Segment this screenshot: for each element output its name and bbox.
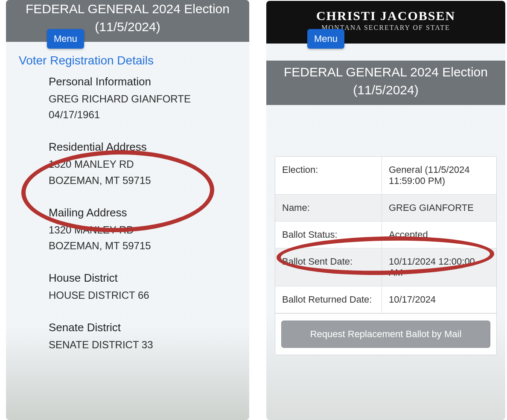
ballot-status-label: Ballot Status:: [275, 222, 382, 248]
ballot-status-panel: CHRISTI JACOBSEN MONTANA SECRETARY OF ST…: [266, 1, 505, 420]
residential-line2: BOZEMAN, MT 59715: [49, 172, 236, 188]
name-label: Name:: [275, 195, 382, 221]
ballot-sent-label: Ballot Sent Date:: [275, 248, 382, 286]
house-value: HOUSE DISTRICT 66: [49, 287, 236, 303]
personal-info-block: Personal Information GREG RICHARD GIANFO…: [6, 72, 249, 126]
mailing-line2: BOZEMAN, MT 59715: [49, 238, 236, 254]
brand-name: CHRISTI JACOBSEN: [271, 9, 501, 23]
ballot-status-table: Election: General (11/5/2024 11:59:00 PM…: [275, 156, 497, 355]
request-replacement-button[interactable]: Request Replacement Ballot by Mail: [281, 321, 490, 348]
mailing-heading: Mailing Address: [49, 206, 236, 219]
name-value: GREG GIANFORTE: [382, 195, 496, 221]
house-heading: House District: [49, 271, 236, 285]
table-row: Name: GREG GIANFORTE: [275, 195, 496, 222]
residential-address-block: Residential Address 1320 MANLEY RD BOZEM…: [6, 137, 249, 191]
banner-title: FEDERAL GENERAL 2024 Election: [26, 2, 230, 16]
election-banner: FEDERAL GENERAL 2024 Election (11/5/2024…: [6, 0, 249, 42]
residential-heading: Residential Address: [49, 140, 236, 154]
election-banner: FEDERAL GENERAL 2024 Election (11/5/2024…: [266, 61, 505, 105]
table-row: Ballot Sent Date: 10/11/2024 12:00:00 AM: [275, 248, 496, 286]
section-title: Voter Registration Details: [6, 42, 249, 72]
ballot-status-value: Accepted: [382, 222, 496, 248]
menu-button[interactable]: Menu: [47, 29, 84, 49]
mailing-line1: 1320 MANLEY RD: [49, 222, 236, 238]
senate-district-block: Senate District SENATE DISTRICT 33: [6, 318, 249, 356]
senate-heading: Senate District: [49, 321, 236, 334]
mailing-address-block: Mailing Address 1320 MANLEY RD BOZEMAN, …: [6, 203, 249, 257]
residential-line1: 1320 MANLEY RD: [49, 156, 236, 172]
ballot-returned-label: Ballot Returned Date:: [275, 286, 382, 313]
banner-date: (11/5/2024): [95, 20, 160, 34]
voter-dob: 04/17/1961: [49, 107, 236, 122]
menu-button[interactable]: Menu: [307, 29, 344, 49]
voter-registration-panel: FEDERAL GENERAL 2024 Election (11/5/2024…: [6, 0, 249, 420]
replace-ballot-wrap: Request Replacement Ballot by Mail: [275, 313, 496, 355]
table-row: Ballot Returned Date: 10/17/2024: [275, 286, 496, 313]
personal-info-heading: Personal Information: [49, 75, 236, 88]
banner-title: FEDERAL GENERAL 2024 Election: [284, 65, 488, 79]
election-label: Election:: [275, 157, 382, 194]
ballot-sent-value: 10/11/2024 12:00:00 AM: [382, 248, 496, 286]
senate-value: SENATE DISTRICT 33: [49, 337, 236, 353]
ballot-returned-value: 10/17/2024: [382, 286, 496, 313]
election-value: General (11/5/2024 11:59:00 PM): [382, 157, 496, 194]
brand-subtitle: MONTANA SECRETARY OF STATE: [271, 24, 501, 32]
table-row: Ballot Status: Accepted: [275, 222, 496, 248]
table-row: Election: General (11/5/2024 11:59:00 PM…: [275, 157, 496, 195]
banner-date: (11/5/2024): [353, 83, 418, 97]
brand-header: CHRISTI JACOBSEN MONTANA SECRETARY OF ST…: [266, 1, 505, 44]
voter-name: GREG RICHARD GIANFORTE: [49, 91, 236, 107]
house-district-block: House District HOUSE DISTRICT 66: [6, 268, 249, 306]
